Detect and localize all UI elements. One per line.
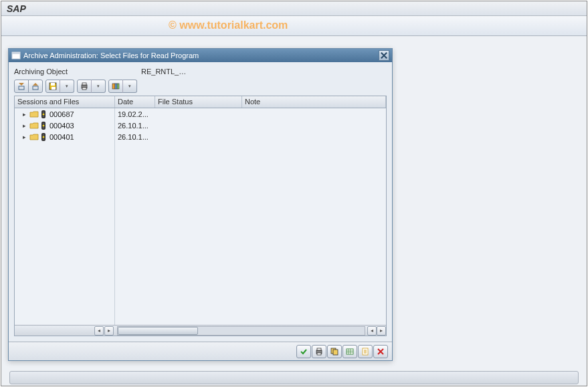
svg-point-24 — [43, 138, 45, 140]
file-grid: Sessions and Files Date File Status Note… — [14, 96, 387, 336]
dialog-title: Archive Administration: Select Files for… — [23, 51, 379, 59]
svg-rect-10 — [112, 84, 115, 89]
document-button[interactable] — [358, 345, 373, 358]
col-status[interactable]: File Status — [155, 96, 242, 108]
print-dropdown[interactable]: ▾ — [91, 80, 106, 93]
table-row[interactable]: ▸ 000403 — [15, 120, 114, 131]
dialog-body: Archiving Object RE_RNTL_… — [9, 62, 392, 342]
svg-rect-2 — [19, 86, 24, 90]
svg-rect-27 — [317, 353, 321, 355]
collapse-all-button[interactable] — [28, 80, 43, 93]
svg-rect-3 — [33, 86, 38, 90]
row-date: 26.10.1... — [115, 120, 386, 131]
cancel-button[interactable] — [373, 345, 388, 358]
status-yellow-icon — [39, 110, 47, 119]
svg-rect-11 — [115, 84, 117, 89]
svg-point-16 — [43, 115, 45, 117]
svg-rect-30 — [347, 349, 353, 354]
app-toolbar: © www.tutorialkart.com — [1, 16, 587, 36]
dialog-footer — [9, 342, 392, 360]
layout-dropdown[interactable]: ▾ — [122, 80, 137, 93]
folder-icon — [29, 110, 39, 119]
scroll-left-button[interactable]: ◂ — [367, 326, 377, 336]
archiving-object-label: Archiving Object — [14, 68, 141, 76]
archiving-object-value: RE_RNTL_… — [141, 68, 186, 76]
data-columns: 19.02.2... 26.10.1... 26.10.1... — [115, 108, 386, 325]
chevron-right-icon[interactable]: ▸ — [23, 122, 28, 129]
dialog-icon — [11, 51, 21, 60]
status-bar — [9, 371, 579, 384]
scroll-left-button[interactable]: ◂ — [94, 326, 104, 336]
scroll-right-button[interactable]: ▸ — [377, 326, 386, 336]
row-date: 19.02.2... — [115, 108, 386, 120]
chevron-right-icon[interactable]: ▸ — [23, 111, 28, 118]
scroll-thumb[interactable] — [118, 327, 198, 335]
folder-icon — [29, 132, 39, 142]
archive-dialog: Archive Administration: Select Files for… — [8, 48, 393, 361]
tree-column: ▸ 000687 ▸ 000403 — [15, 108, 115, 325]
app-title: SAP — [1, 1, 587, 16]
table-row[interactable]: ▸ 000401 — [15, 131, 114, 142]
svg-point-22 — [43, 134, 45, 136]
copy-button[interactable] — [327, 345, 342, 358]
print-button[interactable] — [77, 80, 92, 93]
svg-point-19 — [43, 124, 45, 126]
svg-rect-6 — [52, 87, 56, 90]
dialog-titlebar: Archive Administration: Select Files for… — [9, 49, 392, 62]
horizontal-scrollbar[interactable]: ◂ ▸ ◂ ▸ — [15, 325, 386, 336]
svg-rect-1 — [12, 52, 20, 54]
table-row[interactable]: ▸ 000687 — [15, 108, 114, 120]
close-button[interactable] — [379, 50, 389, 61]
save-button[interactable] — [45, 80, 60, 93]
svg-point-20 — [43, 126, 45, 128]
ok-button[interactable] — [296, 345, 311, 358]
archiving-object-row: Archiving Object RE_RNTL_… — [14, 68, 387, 76]
content-area: Archive Administration: Select Files for… — [1, 36, 587, 386]
row-id: 000401 — [50, 133, 74, 141]
svg-point-14 — [43, 111, 45, 113]
chevron-right-icon[interactable]: ▸ — [23, 134, 28, 140]
col-sessions[interactable]: Sessions and Files — [15, 96, 115, 108]
svg-point-18 — [43, 122, 45, 124]
svg-rect-12 — [117, 84, 119, 89]
row-id: 000403 — [50, 122, 74, 130]
status-yellow-icon — [39, 121, 47, 130]
save-dropdown[interactable]: ▾ — [60, 80, 74, 93]
svg-rect-9 — [82, 88, 86, 90]
scroll-track[interactable] — [117, 326, 365, 336]
svg-point-23 — [43, 136, 45, 138]
col-note[interactable]: Note — [242, 96, 386, 108]
svg-rect-5 — [51, 83, 55, 86]
grid-header: Sessions and Files Date File Status Note — [15, 96, 386, 108]
folder-icon — [29, 121, 39, 130]
svg-rect-26 — [317, 348, 321, 350]
print-button[interactable] — [312, 345, 326, 358]
expand-all-button[interactable] — [14, 80, 29, 93]
row-id: 000687 — [50, 110, 74, 118]
grid-toolbar: ▾ ▾ ▾ — [14, 80, 387, 93]
col-date[interactable]: Date — [115, 96, 155, 108]
row-date: 26.10.1... — [115, 131, 386, 142]
svg-rect-29 — [333, 350, 338, 355]
layout-button[interactable] — [108, 80, 123, 93]
table-button[interactable] — [342, 345, 357, 358]
watermark: © www.tutorialkart.com — [169, 19, 288, 31]
status-yellow-icon — [39, 132, 47, 142]
svg-rect-8 — [82, 83, 86, 85]
svg-point-15 — [43, 113, 45, 115]
scroll-right-button[interactable]: ▸ — [104, 326, 114, 336]
grid-body: ▸ 000687 ▸ 000403 — [15, 108, 386, 325]
